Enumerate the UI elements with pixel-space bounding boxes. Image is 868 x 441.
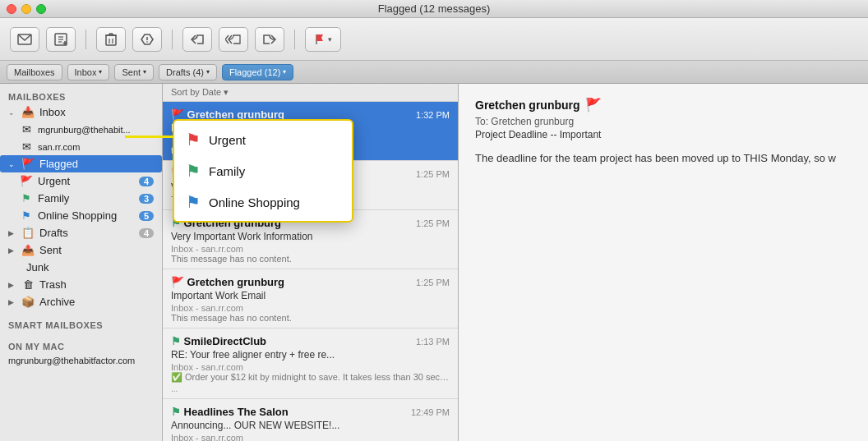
tab-drafts-arrow: ▾ (206, 68, 210, 76)
inbox-label: Inbox (39, 106, 154, 118)
msg-time-2: 1:25 PM (416, 169, 450, 179)
junk-label: Junk (26, 261, 154, 273)
sidebar-item-flagged[interactable]: ⌄ 🚩 Flagged (0, 155, 162, 172)
expand-trash-icon: ▶ (8, 281, 16, 289)
sidebar-item-urgent[interactable]: 🚩 Urgent 4 (0, 172, 162, 190)
tab-mailboxes-label: Mailboxes (14, 67, 55, 77)
msg-source-3: Inbox - san.rr.com (171, 244, 450, 254)
msg-preview-3: This message has no content. (171, 254, 450, 264)
sent-label: Sent (39, 244, 154, 256)
sidebar-item-online-shopping[interactable]: ⚑ Online Shopping 5 (0, 207, 162, 224)
account-icon-2: ✉ (20, 140, 33, 153)
msg-subject-4: Important Work Email (171, 290, 450, 301)
tab-flagged-arrow: ▾ (283, 68, 286, 76)
msg-preview-4: This message has no content. (171, 313, 450, 323)
tab-inbox-arrow: ▾ (99, 68, 102, 76)
window-title: Flagged (12 messages) (378, 2, 491, 15)
msg-detail-body: The deadline for the team project has be… (475, 150, 852, 167)
flagged-icon: 🚩 (21, 158, 35, 170)
family-label: Family (38, 192, 134, 204)
sidebar-item-family[interactable]: ⚑ Family 3 (0, 190, 162, 207)
urgent-label: Urgent (38, 175, 134, 187)
msg-source-6: Inbox - san.rr.com (171, 433, 450, 441)
tab-inbox[interactable]: Inbox ▾ (67, 64, 110, 80)
minimize-button[interactable] (21, 4, 31, 14)
mgrunburg-label: mgrunburg@thehabit... (38, 125, 154, 135)
message-item-6[interactable]: ⚑ Headlines The Salon 12:49 PM Announcin… (163, 399, 458, 441)
msg-time-6: 12:49 PM (411, 407, 450, 417)
maximize-button[interactable] (36, 4, 46, 14)
inbox-icon: 📥 (21, 106, 35, 118)
drafts-badge: 4 (139, 228, 154, 238)
toolbar-separator-1 (85, 30, 86, 49)
msg-source-5: Inbox - san.rr.com (171, 362, 450, 372)
tab-mailboxes[interactable]: Mailboxes (7, 64, 62, 80)
expand-drafts-icon: ▶ (8, 229, 16, 237)
message-pane: Gretchen grunburg 🚩 To: Gretchen grunbur… (459, 84, 868, 441)
msg-flag-6: ⚑ (171, 406, 181, 418)
forward-button[interactable] (255, 27, 284, 52)
msg-detail-flag-icon: 🚩 (585, 97, 602, 113)
reply-all-button[interactable] (219, 27, 248, 52)
on-my-mac-header: On My Mac (0, 338, 162, 353)
expand-inbox-icon: ⌄ (8, 108, 16, 117)
sidebar-item-trash[interactable]: ▶ 🗑 Trash (0, 276, 162, 293)
flag-button[interactable]: ▾ (305, 27, 341, 52)
toolbar-separator-3 (294, 30, 295, 49)
dropdown-family-flag: ⚑ (186, 161, 201, 181)
msg-subject-5: RE: Your free aligner entry + free re... (171, 349, 450, 361)
dropdown-item-family[interactable]: ⚑ Family (174, 155, 352, 186)
trash-label: Trash (39, 278, 154, 291)
sidebar-item-san-rr[interactable]: ✉ san.rr.com (0, 138, 162, 155)
tab-flagged[interactable]: Flagged (12) ▾ (222, 64, 293, 80)
sidebar-item-junk[interactable]: Junk (0, 259, 162, 276)
tab-drafts-label: Drafts (4) (166, 67, 204, 77)
reply-button[interactable] (182, 27, 212, 52)
svg-rect-7 (106, 35, 116, 45)
svg-point-16 (146, 41, 148, 43)
dropdown-item-urgent[interactable]: ⚑ Urgent (174, 124, 352, 155)
dropdown-online-shopping-flag: ⚑ (186, 192, 201, 212)
online-shopping-badge: 5 (139, 211, 154, 221)
tab-sent-label: Sent (122, 67, 141, 77)
message-item-5[interactable]: ⚑ SmileDirectClub 1:13 PM RE: Your free … (163, 328, 458, 399)
msg-detail-to-value: Gretchen grunburg (491, 116, 574, 127)
san-rr-label: san.rr.com (38, 142, 154, 152)
sidebar-item-archive[interactable]: ▶ 📦 Archive (0, 293, 162, 310)
sidebar-item-drafts[interactable]: ▶ 📋 Drafts 4 (0, 224, 162, 241)
dropdown-item-online-shopping[interactable]: ⚑ Online Shopping (174, 186, 352, 218)
sidebar-item-local-account[interactable]: mgrunburg@thehabitfactor.com (0, 353, 162, 368)
tab-drafts[interactable]: Drafts (4) ▾ (159, 64, 217, 80)
dropdown-online-shopping-label: Online Shopping (209, 195, 300, 209)
drafts-icon: 📋 (21, 227, 35, 239)
urgent-flag-icon: 🚩 (20, 175, 33, 187)
tab-sent-arrow: ▾ (143, 68, 146, 76)
expand-sent-icon: ▶ (8, 246, 16, 255)
msg-time-5: 1:13 PM (416, 337, 450, 347)
message-item-4[interactable]: 🚩 Gretchen grunburg 1:25 PM Important Wo… (163, 269, 458, 328)
toolbar-separator-2 (172, 30, 173, 49)
archive-icon: 📦 (21, 296, 35, 308)
mailboxes-header: Mailboxes (0, 89, 162, 103)
delete-button[interactable] (96, 27, 126, 52)
msg-from-5: ⚑ SmileDirectClub (171, 335, 266, 347)
close-button[interactable] (7, 4, 16, 14)
sidebar-item-sent[interactable]: ▶ 📤 Sent (0, 241, 162, 259)
sidebar-item-inbox[interactable]: ⌄ 📥 Inbox (0, 103, 162, 121)
expand-archive-icon: ▶ (8, 298, 16, 306)
compose-button[interactable] (10, 27, 39, 52)
new-note-button[interactable] (46, 27, 76, 52)
tab-sent[interactable]: Sent ▾ (114, 64, 154, 80)
msg-flag-4: 🚩 (171, 276, 184, 288)
dropdown-urgent-label: Urgent (209, 133, 246, 147)
msg-detail-from-name: Gretchen grunburg (475, 99, 580, 112)
junk-button[interactable] (132, 27, 162, 52)
msg-detail-subject: Project Deadline -- Important (475, 129, 852, 140)
msg-time-4: 1:25 PM (416, 278, 450, 287)
title-bar: Flagged (12 messages) (0, 0, 868, 18)
tab-inbox-label: Inbox (75, 67, 97, 77)
sort-bar[interactable]: Sort by Date ▾ (163, 84, 458, 102)
msg-from-4: 🚩 Gretchen grunburg (171, 276, 284, 288)
tab-bar: Mailboxes Inbox ▾ Sent ▾ Drafts (4) ▾ Fl… (0, 61, 868, 84)
account-icon-1: ✉ (20, 123, 33, 136)
